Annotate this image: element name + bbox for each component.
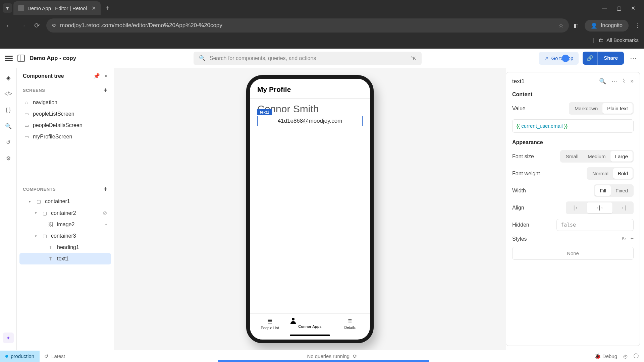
inspector-more-icon[interactable]: ⋯ xyxy=(611,78,617,85)
version-selector[interactable]: ↺ Latest xyxy=(40,353,70,359)
segment-option[interactable]: Fixed xyxy=(611,185,633,196)
go-to-app-button[interactable]: ↗ Go to app xyxy=(539,52,579,65)
selected-component[interactable]: text1 41d1e868@moodjoy.com xyxy=(257,116,363,126)
minimize-icon[interactable]: ― xyxy=(602,5,607,11)
screen-item[interactable]: ⌂navigation xyxy=(19,97,111,108)
components-label: COMPONENTS xyxy=(23,187,56,192)
tab-close-icon[interactable]: ✕ xyxy=(92,5,96,11)
close-window-icon[interactable]: ✕ xyxy=(631,5,635,11)
back-button[interactable]: ← xyxy=(4,22,13,29)
align-right-button[interactable]: →| xyxy=(612,202,633,213)
share-button[interactable]: Share xyxy=(597,52,624,65)
phone-nav-item[interactable]: Connor Apps xyxy=(290,317,330,330)
component-item[interactable]: 🖼image2• xyxy=(19,219,111,230)
rail-settings-icon[interactable]: ⚙ xyxy=(5,155,12,162)
fontsize-label: Font size xyxy=(512,154,546,160)
reset-styles-icon[interactable]: ↻ xyxy=(622,236,626,242)
visibility-off-icon[interactable]: ⊘ xyxy=(103,210,107,216)
phone-nav-item[interactable]: ≡Details xyxy=(330,317,370,330)
collapse-panel-icon[interactable]: « xyxy=(105,73,108,79)
align-left-button[interactable]: |← xyxy=(567,202,587,213)
rail-state-icon[interactable]: { } xyxy=(5,106,12,114)
inspector-search-icon[interactable]: 🔍 xyxy=(599,78,606,85)
panel-icon[interactable]: ◧ xyxy=(574,22,579,29)
styles-none: None xyxy=(512,247,634,260)
hidden-input[interactable]: false xyxy=(556,219,634,231)
chevron-icon[interactable]: ▾ xyxy=(29,199,32,204)
selection-tag: text1 xyxy=(257,109,272,115)
add-screen-button[interactable]: + xyxy=(104,86,108,94)
share-button-group: 🔗 Share xyxy=(583,52,624,65)
rail-code-icon[interactable]: </> xyxy=(5,90,12,98)
component-type-icon: ▢ xyxy=(42,210,48,216)
component-type-icon: T xyxy=(48,256,54,261)
component-item[interactable]: Theading1 xyxy=(19,242,111,253)
pin-icon[interactable]: 📌 xyxy=(93,73,100,79)
clock-icon[interactable]: ◴ xyxy=(623,353,628,359)
forward-button[interactable]: → xyxy=(18,22,28,29)
styles-label: Styles xyxy=(512,236,546,242)
retool-logo-icon[interactable] xyxy=(5,54,13,62)
new-tab-button[interactable]: + xyxy=(105,4,109,12)
segment-option[interactable]: Small xyxy=(561,151,583,162)
incognito-badge[interactable]: 👤 Incognito xyxy=(585,20,629,32)
all-bookmarks-link[interactable]: All Bookmarks xyxy=(606,37,639,43)
chevron-icon[interactable]: ▾ xyxy=(35,211,38,215)
retool-editor: Demo App - copy 🔍 Search for components,… xyxy=(0,49,644,362)
maximize-icon[interactable]: ▢ xyxy=(616,5,622,11)
add-component-button[interactable]: + xyxy=(104,185,108,193)
rail-components-icon[interactable]: ◈ xyxy=(5,74,12,81)
inspector-unpin-icon[interactable]: ⌇ xyxy=(623,78,625,85)
url-input[interactable]: ⚙ moodjoy1.retool.com/mobile/editor/Demo… xyxy=(46,18,569,33)
global-search-input[interactable]: 🔍 Search for components, queries, and ac… xyxy=(194,52,422,65)
screens-list: ⌂navigation▭peopleListScreen▭peopleDetai… xyxy=(17,97,114,142)
rail-history-icon[interactable]: ↺ xyxy=(5,138,12,146)
refresh-queries-icon[interactable]: ⟳ xyxy=(353,353,357,359)
info-icon[interactable]: ⓘ xyxy=(634,353,639,359)
environment-badge[interactable]: production xyxy=(0,351,40,362)
inspector-collapse-icon[interactable]: » xyxy=(631,78,634,85)
component-item[interactable]: ▾▢container3 xyxy=(19,230,111,242)
component-type-icon: ▢ xyxy=(36,199,42,204)
segment-option[interactable]: Normal xyxy=(588,168,613,179)
tab-favicon-icon xyxy=(18,5,24,11)
component-item[interactable]: ▾▢container1 xyxy=(19,196,111,207)
reload-button[interactable]: ⟳ xyxy=(32,21,42,29)
segment-option[interactable]: Plain text xyxy=(602,103,633,114)
value-code-input[interactable]: {{ current_user.email }} xyxy=(512,119,634,133)
debug-button[interactable]: 🐞 Debug xyxy=(595,353,617,359)
rail-search-icon[interactable]: 🔍 xyxy=(5,122,12,130)
toggle-left-panel-icon[interactable] xyxy=(17,55,25,62)
canvas[interactable]: My Profile Connor Smith text1 41d1e868@m… xyxy=(114,68,506,350)
bookmark-star-icon[interactable]: ☆ xyxy=(558,22,564,29)
component-item[interactable]: ▾▢container2⊘ xyxy=(19,207,111,219)
segment-option[interactable]: Large xyxy=(610,151,633,162)
window-controls: ― ▢ ✕ xyxy=(602,5,641,11)
code-close-brace: }} xyxy=(563,123,568,129)
screens-label: SCREENS xyxy=(23,88,45,93)
search-shortcut: ^K xyxy=(411,55,416,61)
add-style-button[interactable]: + xyxy=(631,236,634,242)
screen-item[interactable]: ▭myProfileScreen xyxy=(19,131,111,142)
inspector-panel: text1 🔍 ⋯ ⌇ » Content Value MarkdownPlai… xyxy=(506,72,640,346)
screen-item[interactable]: ▭peopleDetailsScreen xyxy=(19,120,111,131)
align-center-button[interactable]: →|← xyxy=(587,202,612,213)
chevron-icon[interactable]: ▾ xyxy=(35,234,38,238)
incognito-label: Incognito xyxy=(601,22,623,28)
copy-link-button[interactable]: 🔗 xyxy=(583,52,597,65)
segment-option[interactable]: Markdown xyxy=(570,103,602,114)
segment-option[interactable]: Fill xyxy=(595,185,611,196)
component-item[interactable]: Ttext1 xyxy=(19,253,111,264)
browser-tab[interactable]: Demo App | Editor | Retool ✕ xyxy=(13,1,101,15)
segment-option[interactable]: Medium xyxy=(583,151,610,162)
screen-item[interactable]: ▭peopleListScreen xyxy=(19,108,111,120)
browser-menu-icon[interactable]: ⋮ xyxy=(635,22,640,29)
phone-nav-item[interactable]: ≣People List xyxy=(250,317,290,330)
site-settings-icon[interactable]: ⚙ xyxy=(52,22,56,28)
tab-list-dropdown[interactable]: ▾ xyxy=(3,3,12,13)
component-type-icon: 🖼 xyxy=(48,222,54,227)
rail-ai-icon[interactable]: ✦ xyxy=(3,333,14,343)
more-menu-button[interactable]: ⋯ xyxy=(628,52,639,64)
screen-icon: ▭ xyxy=(23,123,30,128)
segment-option[interactable]: Bold xyxy=(613,168,633,179)
